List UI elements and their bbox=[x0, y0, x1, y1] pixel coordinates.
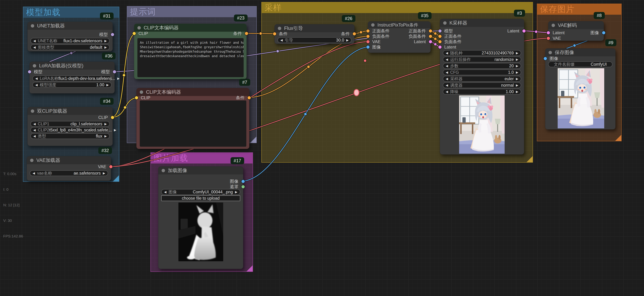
widget-right-arrow-icon[interactable]: ▶ bbox=[516, 52, 518, 54]
widget-vae-name[interactable]: ◀ vae名称 ae.safetensors ▶ bbox=[30, 170, 108, 176]
input-socket-vae[interactable] bbox=[366, 40, 370, 44]
collapse-dot-icon[interactable] bbox=[30, 159, 34, 162]
widget-right-arrow-icon[interactable]: ▶ bbox=[235, 190, 237, 194]
widget-left-arrow-icon[interactable]: ◀ bbox=[35, 77, 38, 80]
widget-right-arrow-icon[interactable]: ▶ bbox=[516, 84, 518, 87]
widget-scheduler[interactable]: ◀ 调度器 normal ▶ bbox=[443, 82, 521, 88]
widget-left-arrow-icon[interactable]: ◀ bbox=[446, 52, 448, 54]
node-title-bar[interactable]: 双CLIP加载器 bbox=[28, 107, 112, 115]
node-lora-loader[interactable]: #36 LoRA加载器(仅模型) 模型 模型 ◀ LoRA名称 flux1-de… bbox=[30, 62, 115, 94]
widget-left-arrow-icon[interactable]: ◀ bbox=[446, 58, 448, 61]
widget-right-arrow-icon[interactable]: ▶ bbox=[104, 122, 107, 126]
group-resize-handle[interactable] bbox=[615, 135, 621, 141]
widget-right-arrow-icon[interactable]: ▶ bbox=[516, 77, 518, 80]
input-socket-clip[interactable] bbox=[134, 96, 138, 100]
widget-right-arrow-icon[interactable]: ▶ bbox=[346, 39, 348, 42]
widget-clip2[interactable]: ◀ CLIP2 t5xxl_fp8_e4m3fn_scaled.safete..… bbox=[30, 127, 110, 133]
prompt-textarea[interactable]: An illustration of a girl with pink hair… bbox=[138, 38, 244, 77]
widget-right-arrow-icon[interactable]: ▶ bbox=[117, 77, 120, 80]
collapse-dot-icon[interactable] bbox=[138, 26, 141, 30]
widget-left-arrow-icon[interactable]: ◀ bbox=[446, 64, 448, 68]
node-title-bar[interactable]: UNET加载器 bbox=[28, 22, 112, 30]
node-title-bar[interactable]: 加载图像 bbox=[158, 166, 243, 174]
node-title-bar[interactable]: LoRA加载器(仅模型) bbox=[30, 62, 114, 70]
node-load-image[interactable]: #17 加载图像 图像 遮罩 ◀ 图像 ComfyUI_00044_.png ▶… bbox=[158, 166, 243, 269]
node-ksampler[interactable]: #3 K采样器 模型 Latent 正面条件 负面条件 Latent ◀ 随机种… bbox=[440, 19, 524, 154]
widget-left-arrow-icon[interactable]: ◀ bbox=[32, 172, 35, 175]
widget-left-arrow-icon[interactable]: ◀ bbox=[33, 122, 36, 126]
output-socket-image[interactable] bbox=[602, 31, 606, 35]
output-socket-latent[interactable] bbox=[428, 40, 432, 44]
widget-right-arrow-icon[interactable]: ▶ bbox=[516, 64, 518, 68]
widget-lora-name[interactable]: ◀ LoRA名称 flux1-depth-dev-lora.safetens..… bbox=[32, 76, 112, 81]
input-socket-positive[interactable] bbox=[438, 34, 442, 38]
widget-sampler-name[interactable]: ◀ 采样器 euler ▶ bbox=[443, 76, 521, 82]
input-socket-negative[interactable] bbox=[366, 34, 370, 38]
widget-left-arrow-icon[interactable]: ◀ bbox=[164, 190, 166, 194]
widget-left-arrow-icon[interactable]: ◀ bbox=[446, 84, 448, 87]
collapse-dot-icon[interactable] bbox=[278, 27, 281, 30]
widget-denoise[interactable]: ◀ 降噪 1.00 ▶ bbox=[443, 89, 521, 94]
node-title-bar[interactable]: VAE解码 bbox=[548, 21, 604, 29]
node-vae-decode[interactable]: #8 VAE解码 Latent 图像 VAE bbox=[548, 21, 604, 41]
group-resize-handle[interactable] bbox=[113, 175, 119, 182]
widget-left-arrow-icon[interactable]: ◀ bbox=[33, 128, 36, 132]
widget-left-arrow-icon[interactable]: ◀ bbox=[446, 90, 448, 93]
widget-type[interactable]: ◀ 类型 flux ▶ bbox=[30, 133, 110, 139]
widget-left-arrow-icon[interactable]: ◀ bbox=[33, 135, 36, 138]
node-title-bar[interactable]: VAE加载器 bbox=[27, 156, 111, 164]
widget-control-after-generate[interactable]: ◀ 运行后操作 randomize ▶ bbox=[443, 56, 521, 62]
widget-steps[interactable]: ◀ 步数 20 ▶ bbox=[443, 63, 521, 69]
input-socket-vae[interactable] bbox=[546, 36, 550, 40]
node-vae-loader[interactable]: #32 VAE加载器 VAE ◀ vae名称 ae.safetensors ▶ bbox=[27, 156, 111, 181]
collapse-dot-icon[interactable] bbox=[162, 169, 165, 172]
node-instructpixtopix-conditioning[interactable]: #35 InstructPixToPix条件 正面条件 正面条件 负面条件 负面… bbox=[368, 21, 431, 53]
widget-left-arrow-icon[interactable]: ◀ bbox=[280, 39, 283, 42]
node-title-bar[interactable]: CLIP文本编码器 bbox=[136, 88, 249, 96]
group-resize-handle[interactable] bbox=[250, 137, 256, 143]
output-socket-mask[interactable] bbox=[241, 185, 245, 189]
input-socket-image[interactable] bbox=[366, 45, 370, 49]
output-socket-conditioning[interactable] bbox=[244, 32, 248, 36]
widget-left-arrow-icon[interactable]: ◀ bbox=[33, 46, 36, 49]
output-socket-positive[interactable] bbox=[428, 29, 432, 33]
widget-left-arrow-icon[interactable]: ◀ bbox=[446, 71, 448, 74]
input-socket-image[interactable] bbox=[543, 56, 547, 60]
widget-right-arrow-icon[interactable]: ▶ bbox=[104, 46, 107, 49]
widget-left-arrow-icon[interactable]: ◀ bbox=[33, 40, 36, 42]
input-socket-positive[interactable] bbox=[366, 29, 370, 33]
widget-right-arrow-icon[interactable]: ▶ bbox=[104, 40, 107, 42]
collapse-dot-icon[interactable] bbox=[31, 24, 34, 28]
widget-right-arrow-icon[interactable]: ▶ bbox=[104, 135, 107, 138]
node-title-bar[interactable]: 保存图像 bbox=[545, 48, 615, 56]
choose-file-button[interactable]: choose file to upload bbox=[161, 195, 240, 201]
workflow-canvas[interactable]: 模型加载 提示词 采样 保存图片 图片加载 bbox=[0, 0, 644, 296]
input-socket-negative[interactable] bbox=[438, 40, 442, 44]
widget-cfg[interactable]: ◀ CFG 1.0 ▶ bbox=[443, 70, 521, 75]
collapse-dot-icon[interactable] bbox=[140, 90, 143, 94]
collapse-dot-icon[interactable] bbox=[371, 23, 374, 27]
output-socket-conditioning[interactable] bbox=[352, 32, 356, 36]
widget-right-arrow-icon[interactable]: ▶ bbox=[516, 71, 518, 74]
group-resize-handle[interactable] bbox=[526, 156, 532, 162]
node-title-bar[interactable]: CLIP文本编码器 bbox=[134, 24, 246, 32]
widget-weight-dtype[interactable]: ◀ 剪枝类型 default ▶ bbox=[30, 44, 110, 50]
group-resize-handle[interactable] bbox=[246, 266, 252, 272]
collapse-dot-icon[interactable] bbox=[443, 21, 446, 25]
group-title-sampling[interactable]: 采样 bbox=[262, 2, 532, 13]
widget-unet-name[interactable]: ◀ UNET名称 flux1-dev.safetensors ▶ bbox=[30, 38, 110, 44]
widget-right-arrow-icon[interactable]: ▶ bbox=[106, 84, 109, 86]
widget-right-arrow-icon[interactable]: ▶ bbox=[516, 58, 518, 61]
node-title-bar[interactable]: InstructPixToPix条件 bbox=[368, 22, 430, 28]
output-socket-vae[interactable] bbox=[109, 165, 113, 169]
output-socket-model[interactable] bbox=[112, 70, 116, 74]
node-unet-loader[interactable]: #31 UNET加载器 模型 ◀ UNET名称 flux1-dev.safete… bbox=[28, 22, 113, 52]
output-socket-image[interactable] bbox=[241, 180, 245, 183]
input-socket-latent[interactable] bbox=[546, 31, 550, 35]
output-socket-conditioning[interactable] bbox=[247, 96, 251, 100]
widget-image-file[interactable]: ◀ 图像 ComfyUI_00044_.png ▶ bbox=[161, 189, 240, 195]
output-socket-negative[interactable] bbox=[428, 34, 432, 38]
widget-filename-prefix[interactable]: 文件名前缀 ComfyUI bbox=[548, 62, 612, 67]
input-socket-conditioning[interactable] bbox=[273, 32, 276, 36]
output-socket-clip[interactable] bbox=[110, 116, 114, 120]
